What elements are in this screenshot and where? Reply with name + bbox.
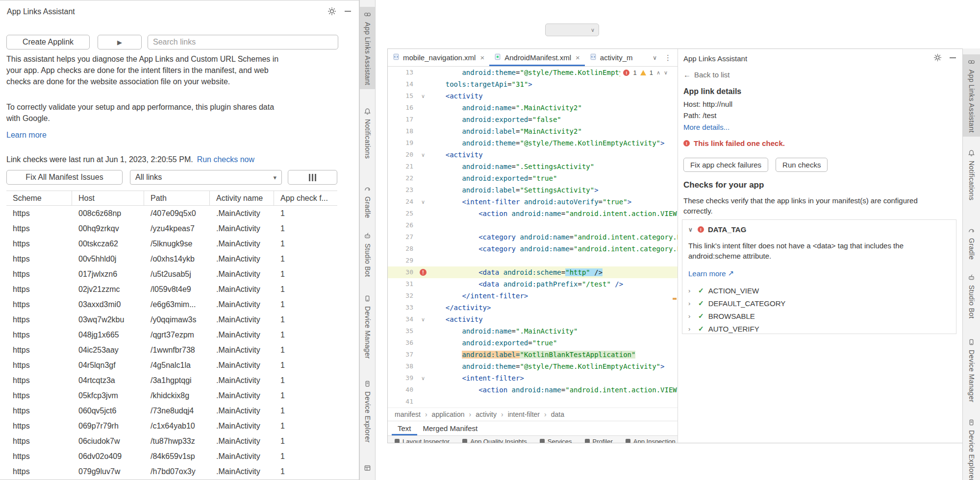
check-row-default-category[interactable]: ›✓DEFAULT_CATEGORY	[688, 297, 950, 310]
back-to-list-link[interactable]: ← Back to list	[683, 71, 730, 79]
close-icon[interactable]: ×	[576, 53, 580, 62]
tool-strip-item-device-explorer[interactable]: Device Explorer	[963, 415, 980, 480]
fold-icon[interactable]: ∨	[417, 372, 429, 384]
tool-window-button-services[interactable]: Services	[540, 438, 572, 443]
check-row-data-tag[interactable]: ∨ ! DATA_TAG	[688, 225, 950, 234]
arrow-left-icon: ←	[683, 71, 691, 79]
fold-icon[interactable]: ∨	[417, 149, 429, 161]
column-header-scheme[interactable]: Scheme	[6, 191, 72, 205]
line-number: 28	[388, 243, 417, 255]
table-row[interactable]: https048jg1x665/qgrt37ezpm.MainActivity1	[6, 327, 337, 342]
table-row[interactable]: https069p7r79rh/c1x64yab10.MainActivity1	[6, 418, 337, 433]
xml-file-icon	[393, 53, 400, 62]
fold-icon[interactable]: ∨	[417, 313, 429, 325]
run-checks-button[interactable]: Run checks	[776, 158, 828, 172]
fold-icon[interactable]: ∨	[417, 90, 429, 102]
error-stripe-mark[interactable]	[673, 298, 677, 300]
bottom-tab-text[interactable]: Text	[392, 421, 417, 435]
tool-window-button-layout-inspector[interactable]: Layout Inspector	[395, 438, 450, 443]
breadcrumb-item-manifest[interactable]: manifest	[395, 410, 421, 418]
learn-more-link[interactable]: Learn more	[6, 131, 47, 140]
links-filter-dropdown[interactable]: All links ▾	[130, 170, 282, 185]
inspection-widget[interactable]: ! 1 1 ∧ ∨	[620, 68, 671, 77]
table-row[interactable]: https00v5hhld0j/o0xhs14ykb.MainActivity1	[6, 251, 337, 266]
tool-strip-item-gradle[interactable]: Gradle	[360, 181, 375, 222]
chevron-down-icon[interactable]: ∨	[664, 70, 668, 76]
editor-tab-mobile-navigation-xml[interactable]: mobile_navigation.xml×	[388, 49, 489, 66]
close-icon[interactable]: ×	[480, 53, 484, 62]
tool-strip-item-studio-bot[interactable]: Studio Bot	[963, 270, 980, 323]
table-row[interactable]: https00tskcza62/5lknugk9se.MainActivity1	[6, 236, 337, 251]
tool-strip-item-device-manager[interactable]: Device Manager	[963, 335, 980, 407]
table-cell: /o0xhs14ykb	[144, 251, 210, 266]
minimize-icon[interactable]	[950, 57, 956, 58]
tool-window-button-profiler[interactable]: Profiler	[585, 438, 613, 443]
table-row[interactable]: https05kfcp3jvm/khidckix8g.MainActivity1	[6, 388, 337, 403]
gear-icon[interactable]	[933, 53, 942, 62]
create-applink-button[interactable]: Create Applink	[6, 35, 90, 49]
table-row[interactable]: https03wq7w2kbu/y0qqimaw3s.MainActivity1	[6, 312, 337, 327]
chevron-right-icon[interactable]: ›	[688, 300, 694, 307]
table-row[interactable]: https00hq9zrkqv/yzu4kpeas7.MainActivity1	[6, 221, 337, 236]
column-header-host[interactable]: Host	[72, 191, 144, 205]
column-header-activity-name[interactable]: Activity name	[210, 191, 274, 205]
table-row[interactable]: https04rtcqtz3a/3a1hgptqgi.MainActivity1	[6, 373, 337, 388]
column-settings-button[interactable]	[288, 170, 337, 185]
column-header-app-check-f[interactable]: App check f...	[274, 191, 337, 205]
check-row-browsable[interactable]: ›✓BROWSABLE	[688, 310, 950, 322]
table-cell: 1	[274, 449, 337, 464]
learn-more-link[interactable]: Learn more ↗	[688, 269, 734, 278]
chevron-up-icon[interactable]: ∧	[656, 70, 660, 76]
breadcrumb-item-application[interactable]: application	[432, 410, 465, 418]
table-cell: 00hq9zrkqv	[72, 221, 144, 236]
bottom-tab-merged-manifest[interactable]: Merged Manifest	[417, 421, 484, 435]
table-row[interactable]: https03axxd3mi0/e6g63mim....MainActivity…	[6, 297, 337, 312]
breadcrumb-item-intent-filter[interactable]: intent-filter	[508, 410, 540, 418]
hidden-tabs-chevron-icon[interactable]: ∨	[653, 54, 657, 61]
column-header-path[interactable]: Path	[144, 191, 210, 205]
tool-strip-item-device-explorer[interactable]: Device Explorer	[360, 376, 375, 447]
tool-strip-item-gradle[interactable]: Gradle	[963, 223, 980, 264]
chevron-right-icon[interactable]: ›	[688, 312, 694, 320]
layout-tool-icon[interactable]	[364, 464, 371, 474]
table-row[interactable]: https079g9luv7w/h7bd07ox3y.MainActivity1	[6, 464, 337, 479]
search-links-input[interactable]	[148, 35, 338, 49]
device-manager-icon	[968, 338, 975, 346]
table-row[interactable]: https02jv21zzmc/l059v8t4e9.MainActivity1	[6, 282, 337, 297]
tool-window-button-app-quality-insights[interactable]: App Quality Insights	[462, 438, 527, 443]
tool-strip-item-studio-bot[interactable]: Studio Bot	[360, 228, 375, 281]
fold-icon[interactable]: ∨	[417, 196, 429, 208]
table-row[interactable]: https06dv02o409/84k659v1sp.MainActivity1	[6, 449, 337, 464]
error-marker-icon[interactable]: !	[417, 266, 429, 278]
table-row[interactable]: https017jwlxzn6/u5t2usab5j.MainActivity1	[6, 266, 337, 282]
chevron-right-icon[interactable]: ›	[688, 287, 694, 294]
run-link-button[interactable]: ▶	[98, 35, 142, 49]
breadcrumb-item-activity[interactable]: activity	[476, 410, 497, 418]
check-row-action-view[interactable]: ›✓ACTION_VIEW	[688, 284, 950, 297]
gear-icon[interactable]	[327, 7, 336, 16]
table-row[interactable]: https04r5lqn3gf/4g5nalc1la.MainActivity1	[6, 358, 337, 373]
run-checks-now-link[interactable]: Run checks now	[197, 155, 254, 164]
table-row[interactable]: https008c6z68np/407e09q5x0.MainActivity1	[6, 206, 337, 221]
tool-strip-item-device-manager[interactable]: Device Manager	[360, 291, 375, 363]
editor-tab-activity-m[interactable]: activity_m	[585, 49, 638, 66]
tool-strip-item-notifications[interactable]: Notifications	[963, 145, 980, 204]
table-row[interactable]: https04ic253aay/1wwnfbr738.MainActivity1	[6, 342, 337, 358]
tool-strip-item-app-links-assistant[interactable]: App Links Assistant	[360, 7, 375, 89]
editor-tab-androidmanifest-xml[interactable]: AndroidManifest.xml×	[489, 49, 585, 66]
fix-app-check-failures-button[interactable]: Fix app check failures	[683, 158, 768, 172]
tool-window-button-app-inspection[interactable]: App Inspection	[626, 438, 676, 443]
table-row[interactable]: https06ciudok7w/tu87hwp33z.MainActivity1	[6, 433, 337, 449]
chevron-down-icon[interactable]: ∨	[688, 226, 694, 233]
chevron-right-icon[interactable]: ›	[688, 325, 694, 333]
tool-strip-item-app-links-assistant[interactable]: App Links Assistant	[963, 54, 980, 137]
table-row[interactable]: https060qv5jct6/73ne8udqj4.MainActivity1	[6, 403, 337, 418]
more-details-link[interactable]: More details...	[683, 123, 729, 131]
minimize-icon[interactable]	[345, 11, 351, 12]
check-row-auto-verify[interactable]: ›✓AUTO_VERIFY	[688, 322, 950, 335]
tool-strip-item-notifications[interactable]: Notifications	[360, 104, 375, 163]
more-options-icon[interactable]: ⋮	[664, 53, 672, 62]
fix-all-manifest-issues-button[interactable]: Fix All Manifest Issues	[6, 170, 123, 185]
code-editor[interactable]: 13 android:theme="@style/Theme.KotlinEmp…	[388, 67, 678, 408]
breadcrumb-item-data[interactable]: data	[551, 410, 564, 418]
